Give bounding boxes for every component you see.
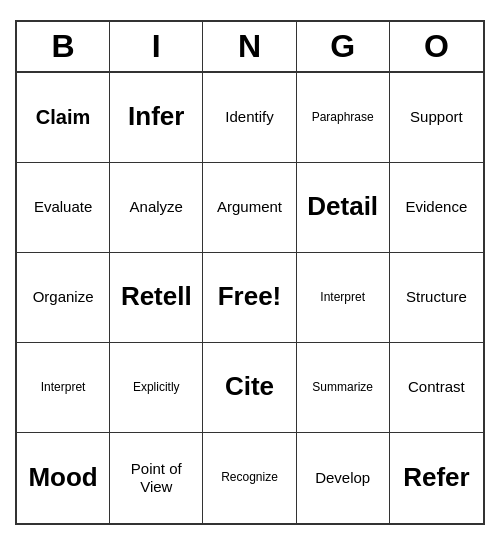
bingo-cell-15: Interpret <box>17 343 110 433</box>
bingo-cell-5: Evaluate <box>17 163 110 253</box>
bingo-cell-4: Support <box>390 73 483 163</box>
bingo-cell-8: Detail <box>297 163 390 253</box>
bingo-cell-7: Argument <box>203 163 296 253</box>
bingo-cell-18: Summarize <box>297 343 390 433</box>
bingo-cell-2: Identify <box>203 73 296 163</box>
bingo-cell-21: Point of View <box>110 433 203 523</box>
bingo-cell-23: Develop <box>297 433 390 523</box>
bingo-cell-6: Analyze <box>110 163 203 253</box>
bingo-cell-14: Structure <box>390 253 483 343</box>
header-letter: O <box>390 22 483 71</box>
header-letter: I <box>110 22 203 71</box>
bingo-cell-11: Retell <box>110 253 203 343</box>
bingo-cell-10: Organize <box>17 253 110 343</box>
bingo-cell-16: Explicitly <box>110 343 203 433</box>
header-letter: N <box>203 22 296 71</box>
bingo-cell-20: Mood <box>17 433 110 523</box>
bingo-cell-1: Infer <box>110 73 203 163</box>
bingo-cell-17: Cite <box>203 343 296 433</box>
bingo-cell-22: Recognize <box>203 433 296 523</box>
bingo-cell-0: Claim <box>17 73 110 163</box>
bingo-cell-19: Contrast <box>390 343 483 433</box>
bingo-card: BINGO ClaimInferIdentifyParaphraseSuppor… <box>15 20 485 525</box>
bingo-cell-12: Free! <box>203 253 296 343</box>
bingo-cell-13: Interpret <box>297 253 390 343</box>
bingo-cell-9: Evidence <box>390 163 483 253</box>
bingo-grid: ClaimInferIdentifyParaphraseSupportEvalu… <box>17 73 483 523</box>
header-letter: B <box>17 22 110 71</box>
bingo-cell-3: Paraphrase <box>297 73 390 163</box>
header-letter: G <box>297 22 390 71</box>
bingo-header: BINGO <box>17 22 483 73</box>
bingo-cell-24: Refer <box>390 433 483 523</box>
